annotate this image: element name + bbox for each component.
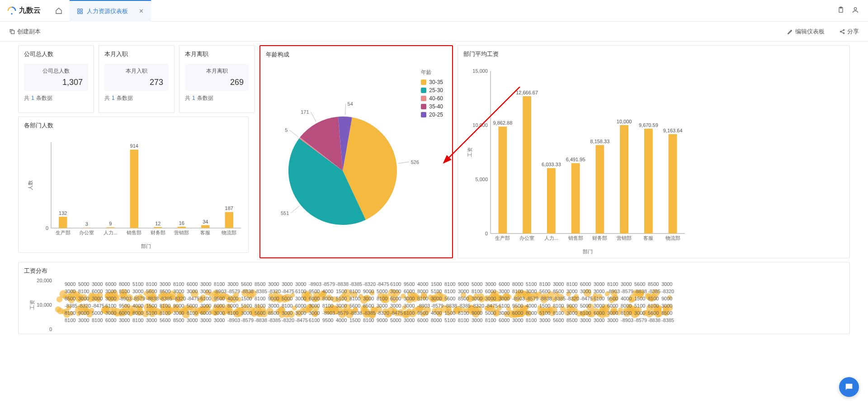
svg-text:5600: 5600 xyxy=(648,310,659,316)
svg-text:3000: 3000 xyxy=(472,296,482,301)
svg-text:9,670.59: 9,670.59 xyxy=(639,122,658,128)
svg-text:3000: 3000 xyxy=(634,310,645,316)
svg-text:5600: 5600 xyxy=(444,296,455,301)
svg-text:5000: 5000 xyxy=(377,289,387,294)
svg-text:工资: 工资 xyxy=(29,300,35,310)
create-copy-button[interactable]: 创建副本 xyxy=(9,28,41,36)
svg-text:8500: 8500 xyxy=(65,296,75,301)
svg-text:6000: 6000 xyxy=(512,310,523,316)
svg-rect-26 xyxy=(130,149,138,228)
edit-dashboard-button[interactable]: 编辑仪表板 xyxy=(787,28,825,36)
svg-text:526: 526 xyxy=(411,159,419,165)
svg-text:3000: 3000 xyxy=(309,310,320,316)
svg-text:3000: 3000 xyxy=(377,303,387,308)
svg-text:-8838: -8838 xyxy=(146,296,159,301)
edit-dashboard-label: 编辑仪表板 xyxy=(795,28,825,36)
clipboard-button[interactable] xyxy=(837,6,844,15)
user-button[interactable] xyxy=(852,6,859,15)
svg-text:生产部: 生产部 xyxy=(56,230,71,235)
svg-text:-8579: -8579 xyxy=(241,317,254,323)
svg-text:-8903: -8903 xyxy=(512,296,525,301)
svg-text:3000: 3000 xyxy=(661,281,672,287)
svg-rect-38 xyxy=(225,212,233,228)
svg-text:1500: 1500 xyxy=(444,310,455,316)
svg-text:9500: 9500 xyxy=(214,296,225,301)
svg-text:5,000: 5,000 xyxy=(475,177,488,182)
svg-text:0: 0 xyxy=(485,231,488,236)
svg-text:-8320: -8320 xyxy=(268,289,281,294)
svg-text:8100: 8100 xyxy=(377,296,387,301)
legend-item[interactable]: 20-25 xyxy=(421,112,443,118)
svg-text:8100: 8100 xyxy=(78,289,89,294)
kpi-card: 公司总人数 公司总人数 1,307 共1条数据 xyxy=(18,45,94,113)
chart-title: 各部门人数 xyxy=(24,121,243,130)
svg-text:客服: 客服 xyxy=(200,230,210,235)
svg-text:3000: 3000 xyxy=(485,281,496,287)
svg-text:8100: 8100 xyxy=(526,317,537,323)
svg-text:5600: 5600 xyxy=(255,310,265,316)
svg-text:5000: 5000 xyxy=(187,303,198,308)
svg-text:8000: 8000 xyxy=(512,281,523,287)
pie-legend: 年龄 30-3525-3040-6035-4020-25 xyxy=(421,69,443,120)
kpi-title: 本月离职 xyxy=(185,50,249,58)
svg-text:3000: 3000 xyxy=(160,281,170,287)
svg-text:6100: 6100 xyxy=(404,310,415,316)
svg-text:3000: 3000 xyxy=(594,281,604,287)
svg-text:人力...: 人力... xyxy=(104,230,118,235)
legend-label: 35-40 xyxy=(429,103,443,110)
svg-text:8500: 8500 xyxy=(268,310,279,316)
svg-text:9500: 9500 xyxy=(322,317,333,323)
svg-text:171: 171 xyxy=(301,109,309,115)
legend-label: 40-60 xyxy=(429,95,443,102)
share-button[interactable]: 分享 xyxy=(839,28,859,36)
tab-dashboard[interactable]: 人力资源仪表板 ✕ xyxy=(70,0,151,22)
legend-item[interactable]: 30-35 xyxy=(421,79,443,85)
copy-icon xyxy=(9,28,15,35)
svg-text:8500: 8500 xyxy=(553,289,564,294)
svg-text:9: 9 xyxy=(109,221,112,226)
logo-icon xyxy=(7,6,16,15)
svg-line-46 xyxy=(289,130,298,137)
svg-text:8000: 8000 xyxy=(431,317,442,323)
svg-text:3000: 3000 xyxy=(580,317,591,323)
svg-text:3000: 3000 xyxy=(92,296,103,301)
svg-text:1500: 1500 xyxy=(241,296,252,301)
svg-text:3000: 3000 xyxy=(295,310,306,316)
svg-text:财务部: 财务部 xyxy=(592,235,607,241)
svg-text:6000: 6000 xyxy=(499,317,509,323)
legend-item[interactable]: 25-30 xyxy=(421,87,443,93)
svg-text:4000: 4000 xyxy=(417,281,428,287)
svg-text:生产部: 生产部 xyxy=(495,235,510,241)
svg-text:8100: 8100 xyxy=(160,310,170,316)
svg-text:3000: 3000 xyxy=(268,281,279,287)
legend-title: 年龄 xyxy=(421,69,443,76)
svg-text:9000: 9000 xyxy=(661,296,672,301)
svg-text:-8579: -8579 xyxy=(621,289,633,294)
svg-text:3000: 3000 xyxy=(119,317,130,323)
svg-text:3000: 3000 xyxy=(146,317,157,323)
svg-text:3000: 3000 xyxy=(512,317,523,323)
svg-text:8000: 8000 xyxy=(322,296,333,301)
svg-text:8100: 8100 xyxy=(173,281,184,287)
home-button[interactable] xyxy=(48,0,70,22)
legend-item[interactable]: 35-40 xyxy=(421,103,443,110)
svg-rect-1 xyxy=(78,9,80,10)
svg-text:3000: 3000 xyxy=(214,317,225,323)
svg-text:3000: 3000 xyxy=(526,289,537,294)
svg-text:6000: 6000 xyxy=(105,281,116,287)
svg-text:-8385: -8385 xyxy=(349,281,362,287)
svg-text:8000: 8000 xyxy=(132,310,143,316)
svg-text:5100: 5100 xyxy=(634,303,645,308)
svg-text:3000: 3000 xyxy=(105,289,116,294)
svg-text:3000: 3000 xyxy=(105,310,116,316)
svg-text:-8475: -8475 xyxy=(92,303,104,308)
svg-text:-8579: -8579 xyxy=(634,317,647,323)
legend-item[interactable]: 40-60 xyxy=(421,95,443,102)
brand-logo: 九数云 xyxy=(0,6,48,15)
svg-text:-8385: -8385 xyxy=(363,310,376,316)
svg-text:3000: 3000 xyxy=(187,317,198,323)
legend-swatch xyxy=(421,96,426,101)
svg-text:8100: 8100 xyxy=(580,310,591,316)
tab-close-button[interactable]: ✕ xyxy=(139,8,144,14)
salary-dist-chart: 工资分布 20,00010,0000工资90005000300060008000… xyxy=(18,262,850,334)
